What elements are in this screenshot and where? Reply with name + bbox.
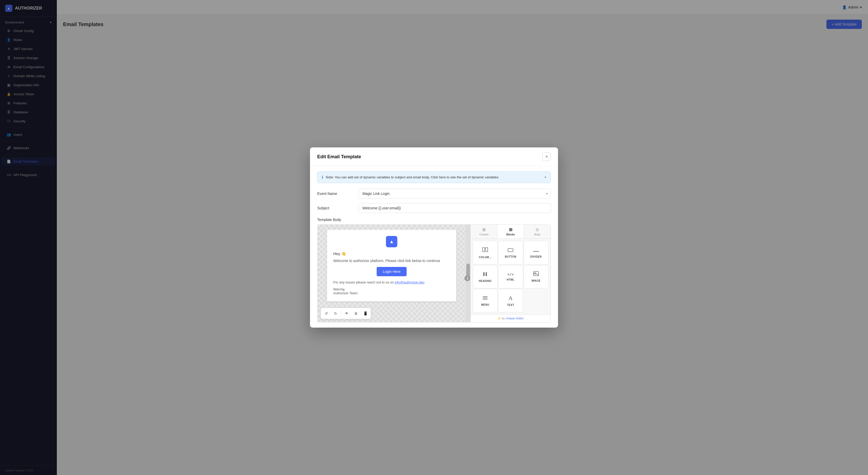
- close-icon: ×: [545, 155, 548, 159]
- template-body-section: Template Body ▲ Hey 👋 Welcome to authori…: [317, 217, 551, 323]
- sign-line2: Authorizer Team: [333, 291, 450, 295]
- redo-button[interactable]: ↻: [331, 309, 340, 318]
- email-cta-button[interactable]: Login Here: [377, 267, 407, 276]
- body-tab-icon: ⊙: [535, 227, 539, 232]
- block-heading-label: HEADING: [479, 279, 492, 282]
- editor-scrollbar: ❯: [466, 225, 470, 322]
- email-logo-icon: ▲: [386, 236, 397, 247]
- content-tab-icon: ⊞: [482, 227, 486, 232]
- editor-right-panel: ⊞ Content ⊞ Blocks ⊙ Body: [470, 225, 551, 322]
- content-tab-label: Content: [479, 233, 489, 236]
- subject-label: Subject: [317, 206, 353, 210]
- event-name-label: Event Name: [317, 192, 353, 196]
- email-preview: ▲ Hey 👋 Welcome to authorizer platform. …: [327, 230, 456, 301]
- mobile-icon: 📱: [363, 311, 368, 315]
- button-block-icon: [507, 247, 513, 253]
- menu-icon: [482, 295, 488, 301]
- block-divider[interactable]: DIVIDER: [524, 241, 549, 265]
- columns-icon: [482, 247, 488, 254]
- editor-toolbar: ↺ ↻ 👁 🖥: [320, 308, 371, 319]
- block-html[interactable]: </> HTML: [498, 265, 523, 289]
- email-body-text: Welcome to authorizer platform. Please c…: [333, 259, 450, 263]
- footer-email-text: info@authorizer.dev: [395, 280, 425, 284]
- note-text: Note: You can add set of dynamic variabl…: [326, 175, 499, 179]
- modal-header: Edit Email Template ×: [310, 147, 558, 166]
- toolbar-divider: [341, 310, 341, 317]
- modal-overlay: Edit Email Template × ℹ Note: You can ad…: [0, 0, 868, 475]
- preview-button[interactable]: 👁: [342, 309, 351, 318]
- preview-icon: 👁: [345, 311, 348, 315]
- desktop-button[interactable]: 🖥: [351, 309, 361, 318]
- tab-body[interactable]: ⊙ Body: [524, 225, 551, 239]
- unlayer-link[interactable]: Unlayer Editor: [506, 317, 524, 320]
- event-name-row: Event Name Magic Link Login Basic Auth S…: [317, 189, 551, 199]
- block-menu[interactable]: MENU: [473, 289, 498, 312]
- block-text[interactable]: A TEXT: [498, 289, 523, 312]
- collapse-panel-button[interactable]: ❯: [464, 275, 470, 281]
- template-body-label: Template Body: [317, 217, 551, 222]
- block-html-label: HTML: [507, 278, 515, 281]
- block-divider-label: DIVIDER: [530, 255, 542, 258]
- block-button-label: BUTTON: [505, 255, 516, 258]
- block-menu-label: MENU: [481, 303, 489, 306]
- heading-icon: H: [483, 271, 488, 277]
- email-cta-label: Login Here: [383, 270, 401, 274]
- block-text-label: TEXT: [507, 304, 514, 306]
- redo-icon: ↻: [334, 311, 337, 315]
- lightning-icon: ⚡: [498, 317, 501, 320]
- blocks-tab-icon: ⊞: [509, 227, 512, 232]
- panel-tabs: ⊞ Content ⊞ Blocks ⊙ Body: [471, 225, 551, 239]
- block-image-label: IMAGE: [531, 279, 540, 282]
- image-icon: [533, 271, 539, 277]
- svg-rect-2: [508, 248, 513, 252]
- modal-close-button[interactable]: ×: [542, 152, 551, 161]
- unlayer-footer: ⚡ by Unlayer Editor: [471, 314, 551, 322]
- body-tab-label: Body: [534, 233, 540, 236]
- footer-email-link[interactable]: info@authorizer.dev: [395, 280, 425, 284]
- unlayer-by-text: by: [502, 317, 506, 320]
- footer-text: For any issues please reach out to us on: [333, 280, 395, 284]
- email-signature: Warmly, Authorizer Team: [333, 287, 450, 295]
- tab-blocks[interactable]: ⊞ Blocks: [497, 225, 524, 239]
- text-icon: A: [508, 295, 513, 302]
- sign-line1: Warmly,: [333, 287, 450, 291]
- subject-input[interactable]: [359, 203, 551, 213]
- html-icon: </>: [507, 272, 514, 276]
- modal-body: ℹ Note: You can add set of dynamic varia…: [310, 166, 558, 328]
- desktop-icon: 🖥: [354, 311, 358, 315]
- blocks-grid: COLUM... BUTTON: [471, 239, 551, 314]
- note-banner[interactable]: ℹ Note: You can add set of dynamic varia…: [317, 171, 551, 183]
- mobile-button[interactable]: 📱: [361, 309, 370, 318]
- email-logo: ▲: [333, 236, 450, 247]
- email-greeting: Hey 👋: [333, 251, 450, 256]
- note-banner-content: ℹ Note: You can add set of dynamic varia…: [322, 175, 499, 180]
- edit-email-template-modal: Edit Email Template × ℹ Note: You can ad…: [310, 147, 558, 328]
- block-columns[interactable]: COLUM...: [473, 241, 498, 265]
- undo-button[interactable]: ↺: [322, 309, 331, 318]
- svg-rect-0: [483, 247, 485, 252]
- tab-content[interactable]: ⊞ Content: [471, 225, 497, 239]
- email-footer: For any issues please reach out to us on…: [333, 280, 450, 284]
- modal-title: Edit Email Template: [317, 154, 361, 160]
- block-heading[interactable]: H HEADING: [473, 265, 498, 289]
- blocks-tab-label: Blocks: [506, 233, 515, 236]
- divider-icon: [533, 247, 539, 253]
- undo-icon: ↺: [325, 311, 328, 315]
- note-chevron-icon: ▾: [545, 175, 547, 179]
- event-name-select-wrapper: Magic Link Login Basic Auth Signup Magic…: [359, 189, 551, 199]
- block-button[interactable]: BUTTON: [498, 241, 523, 265]
- subject-row: Subject: [317, 203, 551, 213]
- event-name-select[interactable]: Magic Link Login Basic Auth Signup Magic…: [359, 189, 551, 199]
- block-image[interactable]: IMAGE: [524, 265, 549, 289]
- block-columns-label: COLUM...: [479, 256, 492, 259]
- unlayer-link-text: Unlayer Editor: [506, 317, 524, 320]
- editor-canvas: ▲ Hey 👋 Welcome to authorizer platform. …: [317, 225, 466, 322]
- template-editor: ▲ Hey 👋 Welcome to authorizer platform. …: [317, 224, 551, 323]
- svg-rect-1: [486, 247, 488, 252]
- info-icon: ℹ: [322, 175, 323, 180]
